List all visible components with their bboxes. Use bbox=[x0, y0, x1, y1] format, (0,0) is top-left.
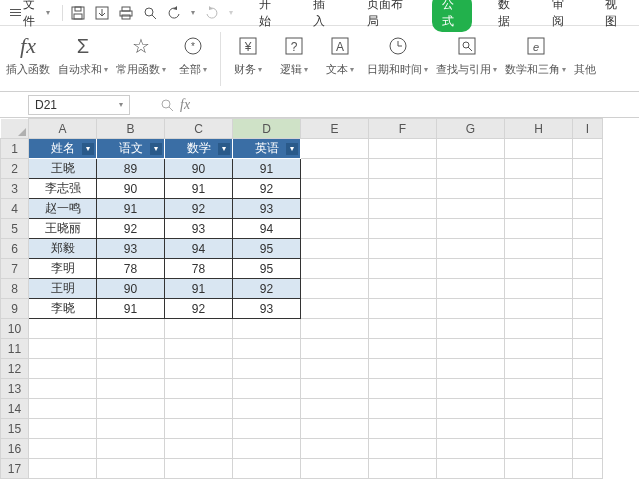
cell-D5[interactable]: 94 bbox=[233, 219, 301, 239]
cell-H5[interactable] bbox=[505, 219, 573, 239]
cell-F11[interactable] bbox=[369, 339, 437, 359]
col-header-H[interactable]: H bbox=[505, 119, 573, 139]
cell-D11[interactable] bbox=[233, 339, 301, 359]
file-menu[interactable]: 文件 ▾ bbox=[6, 0, 54, 32]
autosum-button[interactable]: Σ 自动求和▾ bbox=[54, 30, 112, 77]
cell-E7[interactable] bbox=[301, 259, 369, 279]
cell-E8[interactable] bbox=[301, 279, 369, 299]
text-button[interactable]: A 文本▾ bbox=[317, 30, 363, 77]
row-header-1[interactable]: 1 bbox=[1, 139, 29, 159]
cell-G8[interactable] bbox=[437, 279, 505, 299]
cell-C7[interactable]: 78 bbox=[165, 259, 233, 279]
cell-E2[interactable] bbox=[301, 159, 369, 179]
cell-C4[interactable]: 92 bbox=[165, 199, 233, 219]
cell-E17[interactable] bbox=[301, 459, 369, 479]
other-button[interactable]: 其他 bbox=[570, 30, 600, 77]
cell-I1[interactable] bbox=[573, 139, 603, 159]
cell-A8[interactable]: 王明 bbox=[29, 279, 97, 299]
col-header-F[interactable]: F bbox=[369, 119, 437, 139]
cell-E5[interactable] bbox=[301, 219, 369, 239]
cell-I12[interactable] bbox=[573, 359, 603, 379]
tab-view[interactable]: 视图 bbox=[597, 0, 633, 32]
col-header-E[interactable]: E bbox=[301, 119, 369, 139]
col-header-B[interactable]: B bbox=[97, 119, 165, 139]
cell-F9[interactable] bbox=[369, 299, 437, 319]
undo-icon[interactable] bbox=[167, 6, 181, 20]
cell-G7[interactable] bbox=[437, 259, 505, 279]
row-header-14[interactable]: 14 bbox=[1, 399, 29, 419]
cell-D14[interactable] bbox=[233, 399, 301, 419]
cell-G12[interactable] bbox=[437, 359, 505, 379]
cell-C2[interactable]: 90 bbox=[165, 159, 233, 179]
cell-I9[interactable] bbox=[573, 299, 603, 319]
cell-H1[interactable] bbox=[505, 139, 573, 159]
cell-B10[interactable] bbox=[97, 319, 165, 339]
cell-A13[interactable] bbox=[29, 379, 97, 399]
cell-D3[interactable]: 92 bbox=[233, 179, 301, 199]
cell-D9[interactable]: 93 bbox=[233, 299, 301, 319]
cell-I10[interactable] bbox=[573, 319, 603, 339]
cell-C6[interactable]: 94 bbox=[165, 239, 233, 259]
row-header-17[interactable]: 17 bbox=[1, 459, 29, 479]
cell-H12[interactable] bbox=[505, 359, 573, 379]
cell-G14[interactable] bbox=[437, 399, 505, 419]
cell-G10[interactable] bbox=[437, 319, 505, 339]
row-header-10[interactable]: 10 bbox=[1, 319, 29, 339]
cell-A17[interactable] bbox=[29, 459, 97, 479]
cell-F13[interactable] bbox=[369, 379, 437, 399]
tab-start[interactable]: 开始 bbox=[251, 0, 287, 32]
cell-I7[interactable] bbox=[573, 259, 603, 279]
cell-I2[interactable] bbox=[573, 159, 603, 179]
row-header-4[interactable]: 4 bbox=[1, 199, 29, 219]
cell-I4[interactable] bbox=[573, 199, 603, 219]
col-header-D[interactable]: D bbox=[233, 119, 301, 139]
cell-C16[interactable] bbox=[165, 439, 233, 459]
cell-G11[interactable] bbox=[437, 339, 505, 359]
row-header-2[interactable]: 2 bbox=[1, 159, 29, 179]
cell-G6[interactable] bbox=[437, 239, 505, 259]
datetime-button[interactable]: 日期和时间▾ bbox=[363, 30, 432, 77]
cell-H15[interactable] bbox=[505, 419, 573, 439]
cell-F12[interactable] bbox=[369, 359, 437, 379]
cell-B13[interactable] bbox=[97, 379, 165, 399]
cell-A1[interactable]: 姓名▾ bbox=[29, 139, 97, 159]
lookup-button[interactable]: 查找与引用▾ bbox=[432, 30, 501, 77]
cell-B15[interactable] bbox=[97, 419, 165, 439]
cell-F16[interactable] bbox=[369, 439, 437, 459]
cell-H9[interactable] bbox=[505, 299, 573, 319]
insert-function-button[interactable]: fx 插入函数 bbox=[2, 30, 54, 77]
cell-F14[interactable] bbox=[369, 399, 437, 419]
cell-H7[interactable] bbox=[505, 259, 573, 279]
cell-B16[interactable] bbox=[97, 439, 165, 459]
cell-C3[interactable]: 91 bbox=[165, 179, 233, 199]
cell-G2[interactable] bbox=[437, 159, 505, 179]
row-header-7[interactable]: 7 bbox=[1, 259, 29, 279]
cell-A4[interactable]: 赵一鸣 bbox=[29, 199, 97, 219]
cell-C13[interactable] bbox=[165, 379, 233, 399]
cell-D1[interactable]: 英语▾ bbox=[233, 139, 301, 159]
row-header-13[interactable]: 13 bbox=[1, 379, 29, 399]
cell-I8[interactable] bbox=[573, 279, 603, 299]
cell-E16[interactable] bbox=[301, 439, 369, 459]
cell-A7[interactable]: 李明 bbox=[29, 259, 97, 279]
cell-F7[interactable] bbox=[369, 259, 437, 279]
cell-C11[interactable] bbox=[165, 339, 233, 359]
cell-H13[interactable] bbox=[505, 379, 573, 399]
filter-icon[interactable]: ▾ bbox=[286, 143, 298, 155]
redo-icon[interactable] bbox=[205, 6, 219, 20]
cell-F4[interactable] bbox=[369, 199, 437, 219]
cell-E14[interactable] bbox=[301, 399, 369, 419]
name-box[interactable]: D21 ▾ bbox=[28, 95, 130, 115]
col-header-A[interactable]: A bbox=[29, 119, 97, 139]
cell-I11[interactable] bbox=[573, 339, 603, 359]
cell-E12[interactable] bbox=[301, 359, 369, 379]
row-header-9[interactable]: 9 bbox=[1, 299, 29, 319]
tab-layout[interactable]: 页面布局 bbox=[359, 0, 414, 32]
cell-H6[interactable] bbox=[505, 239, 573, 259]
cell-D2[interactable]: 91 bbox=[233, 159, 301, 179]
row-header-11[interactable]: 11 bbox=[1, 339, 29, 359]
cell-F3[interactable] bbox=[369, 179, 437, 199]
cell-A11[interactable] bbox=[29, 339, 97, 359]
row-header-12[interactable]: 12 bbox=[1, 359, 29, 379]
cell-H4[interactable] bbox=[505, 199, 573, 219]
